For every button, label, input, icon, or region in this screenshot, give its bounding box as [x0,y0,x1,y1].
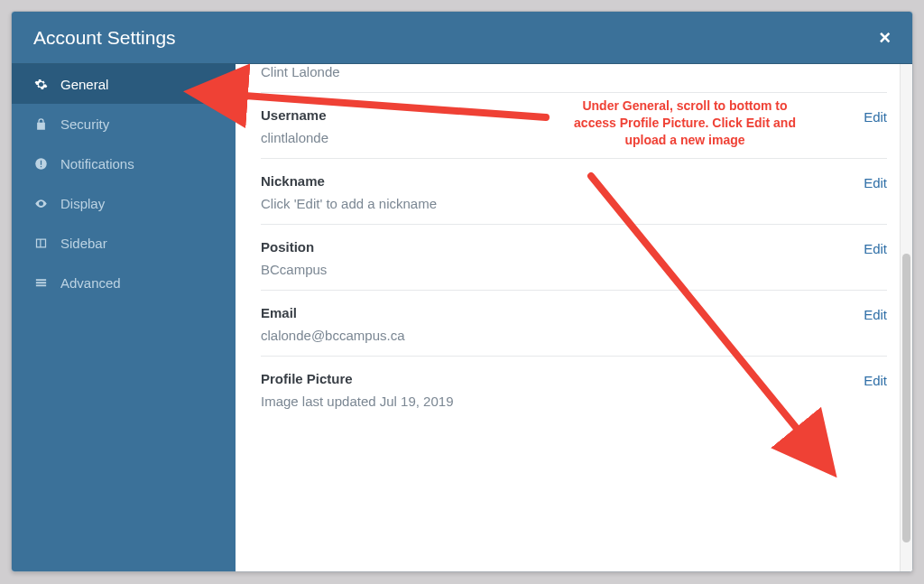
section-label: Username [261,107,864,123]
sidebar-item-label: Security [60,116,109,132]
section-profile-picture: Profile Picture Image last updated Jul 1… [261,356,887,422]
svg-rect-2 [40,166,41,167]
sidebar-item-notifications[interactable]: Notifications [12,144,236,183]
sidebar-item-label: Display [60,196,105,211]
account-settings-modal: Account Settings × General Security [11,11,913,572]
edit-nickname-link[interactable]: Edit [864,173,887,190]
section-username: Username clintlalonde Edit [261,92,887,158]
edit-profile-picture-link[interactable]: Edit [864,371,887,388]
fullname-value: Clint Lalonde [261,64,887,92]
section-label: Nickname [261,173,864,189]
section-value: Image last updated Jul 19, 2019 [261,394,864,409]
sidebar: General Security Notifications Display [12,64,236,571]
section-value: BCcampus [261,262,864,277]
eye-icon [32,197,50,210]
scrollbar[interactable] [900,64,912,571]
edit-position-link[interactable]: Edit [864,239,887,256]
modal-body: General Security Notifications Display [12,64,912,571]
section-nickname: Nickname Click 'Edit' to add a nickname … [261,158,887,224]
gear-icon [32,78,50,91]
list-icon [32,276,50,290]
section-position: Position BCcampus Edit [261,224,887,290]
edit-username-link[interactable]: Edit [864,107,887,125]
lock-icon [32,117,50,131]
section-email: Email clalonde@bccampus.ca Edit [261,290,887,356]
scrollbar-thumb[interactable] [902,254,910,542]
columns-icon [32,236,50,250]
close-icon[interactable]: × [879,28,891,48]
section-value: Click 'Edit' to add a nickname [261,196,864,211]
sidebar-item-sidebar[interactable]: Sidebar [12,223,236,263]
sidebar-item-advanced[interactable]: Advanced [12,263,236,302]
sidebar-item-display[interactable]: Display [12,183,236,223]
section-label: Email [261,305,864,320]
sidebar-item-label: General [60,77,108,92]
edit-email-link[interactable]: Edit [864,305,887,322]
modal-header: Account Settings × [12,12,912,64]
sidebar-item-label: Sidebar [60,236,107,251]
settings-content[interactable]: Clint Lalonde Username clintlalonde Edit… [236,64,912,571]
section-label: Position [261,239,864,255]
sidebar-item-security[interactable]: Security [12,104,236,144]
section-label: Profile Picture [261,371,864,386]
sidebar-item-label: Notifications [60,156,134,171]
sidebar-item-general[interactable]: General [12,64,236,104]
modal-title: Account Settings [33,27,176,49]
section-value: clintlalonde [261,130,864,145]
section-value: clalonde@bccampus.ca [261,328,864,343]
sidebar-item-label: Advanced [60,275,121,291]
alert-icon [32,157,50,171]
svg-rect-1 [40,160,41,164]
